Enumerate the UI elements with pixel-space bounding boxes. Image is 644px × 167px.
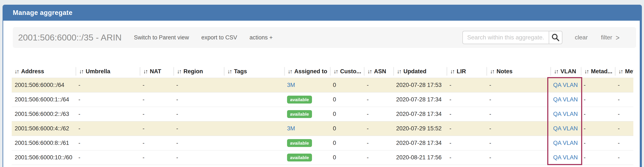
cell-updated: 2020-08-21 17:56 (393, 154, 446, 161)
column-header-nat[interactable]: ↓↑NAT (140, 67, 173, 76)
chevron-right-icon: > (616, 34, 620, 41)
column-label: Notes (496, 68, 512, 75)
clear-link[interactable]: clear (575, 34, 588, 41)
column-label: Updated (404, 68, 426, 75)
column-label: Metad... (625, 68, 633, 75)
table-row: 2001:506:6000:10::/60---available0-2020-… (12, 150, 633, 165)
cell-customer: 0 (330, 140, 364, 146)
filter-link[interactable]: filter > (601, 34, 620, 41)
sort-icon: ↓↑ (334, 68, 338, 75)
status-badge: available (287, 96, 312, 104)
column-header-notes[interactable]: ↓↑Notes (486, 67, 550, 76)
column-header-metadata2[interactable]: ↓↑Metad... (615, 67, 633, 76)
cell-metadata2: - (615, 154, 633, 161)
table-row: 2001:506:6000:4::/62---3M0-2020-07-29 15… (12, 121, 633, 136)
cell-customer: 0 (330, 154, 364, 161)
sort-icon: ↓↑ (177, 68, 181, 75)
column-header-vlan[interactable]: ↓↑VLAN (550, 67, 581, 76)
column-header-umbrella[interactable]: ↓↑Umbrella (76, 67, 140, 76)
sort-icon: ↓↑ (79, 68, 83, 75)
column-header-lir[interactable]: ↓↑LIR (446, 67, 486, 76)
cell-metadata2: - (615, 125, 633, 132)
sort-icon: ↓↑ (288, 68, 292, 75)
cell-lir: - (446, 140, 486, 146)
cell-customer: 0 (330, 111, 364, 117)
cell-assigned_to: available (284, 154, 330, 162)
column-header-customer[interactable]: ↓↑Custo... (330, 67, 364, 76)
cell-metadata: - (581, 111, 615, 117)
cell-assigned_to: 3M (284, 125, 330, 132)
vlan-link[interactable]: QA VLAN (553, 125, 578, 132)
switch-to-parent-view-link[interactable]: Switch to Parent view (134, 34, 189, 41)
cell-updated: 2020-07-28 17:53 (393, 82, 446, 88)
vlan-link[interactable]: QA VLAN (553, 96, 578, 103)
cell-region: - (173, 96, 224, 103)
cell-region: - (173, 125, 224, 132)
cell-nat: - (140, 140, 173, 146)
aggregate-table: ↓↑Address↓↑Umbrella↓↑NAT↓↑Region↓↑Tags↓↑… (12, 65, 633, 167)
column-label: Metad... (591, 68, 612, 75)
sort-icon: ↓↑ (584, 68, 588, 75)
export-to-csv-link[interactable]: export to CSV (202, 34, 237, 41)
cell-metadata: - (581, 154, 615, 161)
cell-umbrella: - (76, 154, 140, 161)
column-header-region[interactable]: ↓↑Region (173, 67, 224, 76)
cell-notes: - (486, 154, 550, 161)
cell-umbrella: - (76, 82, 140, 88)
vlan-link[interactable]: QA VLAN (553, 140, 578, 146)
assigned_to-link[interactable]: 3M (287, 82, 295, 88)
cell-notes: - (486, 140, 550, 146)
table-row: 2001:506:6000:2::/63---available0-2020-0… (12, 107, 633, 121)
vlan-link[interactable]: QA VLAN (553, 111, 578, 117)
actions-menu-link[interactable]: actions + (250, 34, 273, 41)
table-header-row: ↓↑Address↓↑Umbrella↓↑NAT↓↑Region↓↑Tags↓↑… (12, 65, 633, 78)
column-label: Assigned to (294, 68, 327, 75)
status-badge: available (287, 110, 312, 118)
cell-metadata2: - (615, 111, 633, 117)
sort-icon: ↓↑ (14, 68, 18, 75)
column-header-address[interactable]: ↓↑Address (12, 67, 76, 76)
column-header-updated[interactable]: ↓↑Updated (393, 67, 446, 76)
status-badge: available (287, 139, 312, 147)
assigned_to-link[interactable]: 3M (287, 125, 295, 132)
cell-umbrella: - (76, 111, 140, 117)
cell-asn: - (364, 125, 393, 132)
vlan-link[interactable]: QA VLAN (553, 82, 578, 88)
column-header-asn[interactable]: ↓↑ASN (364, 67, 393, 76)
cell-lir: - (446, 96, 486, 103)
cell-metadata2: - (615, 96, 633, 103)
cell-metadata: - (581, 125, 615, 132)
table-row: 2001:506:6000::/64---3M0-2020-07-28 17:5… (12, 78, 633, 92)
cell-address: 2001:506:6000:8::/61 (12, 140, 76, 146)
cell-address: 2001:506:6000:1::/64 (12, 96, 76, 103)
table-row: 2001:506:6000:8::/61---available0-2020-0… (12, 136, 633, 150)
search-input[interactable] (462, 31, 549, 44)
column-header-tags[interactable]: ↓↑Tags (224, 67, 284, 76)
column-label: Region (184, 68, 203, 75)
sort-icon: ↓↑ (450, 68, 454, 75)
search-icon (551, 33, 560, 42)
column-label: ASN (374, 68, 386, 75)
cell-assigned_to: available (284, 96, 330, 104)
status-badge: available (287, 154, 312, 162)
column-header-assigned_to[interactable]: ↓↑Assigned to (284, 67, 330, 76)
cell-notes: - (486, 125, 550, 132)
cell-asn: - (364, 111, 393, 117)
search-button[interactable] (549, 31, 562, 44)
cell-vlan: QA VLAN (550, 111, 581, 117)
cell-asn: - (364, 82, 393, 88)
cell-vlan: QA VLAN (550, 140, 581, 146)
cell-vlan: QA VLAN (550, 125, 581, 132)
column-label: Umbrella (86, 68, 110, 75)
cell-lir: - (446, 154, 486, 161)
manage-aggregate-panel: Manage aggregate 2001:506:6000::/35 - AR… (2, 5, 642, 167)
cell-asn: - (364, 154, 393, 161)
search-group (462, 31, 562, 44)
cell-address: 2001:506:6000::/64 (12, 82, 76, 88)
cell-metadata: - (581, 96, 615, 103)
vlan-link[interactable]: QA VLAN (553, 154, 578, 161)
column-header-metadata[interactable]: ↓↑Metad... (581, 67, 615, 76)
cell-updated: 2020-07-28 17:34 (393, 96, 446, 103)
cell-updated: 2020-07-28 17:34 (393, 111, 446, 117)
cell-nat: - (140, 154, 173, 161)
